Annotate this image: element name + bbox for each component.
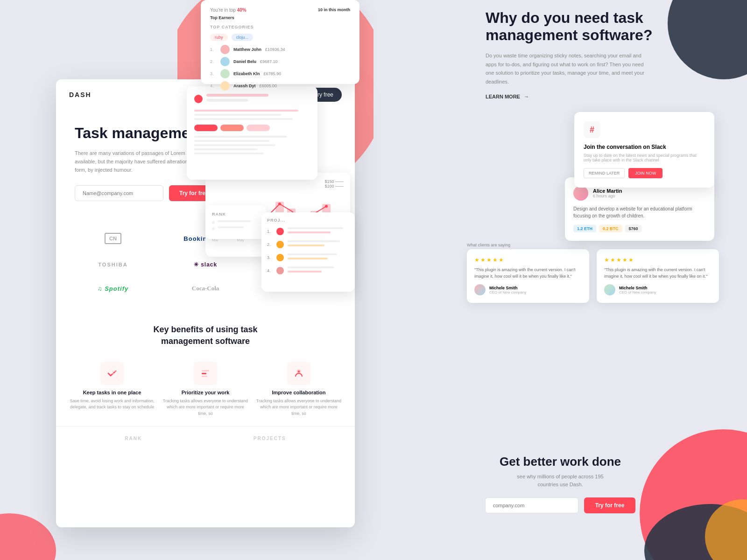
svg-point-13 <box>298 371 300 372</box>
benefits-title: Key benefits of using taskmanagement sof… <box>69 324 342 347</box>
benefit-2-name: Prioritize your work <box>162 390 248 395</box>
svg-point-26 <box>325 205 328 208</box>
slack-card-title: Join the conversation on Slack <box>584 144 705 150</box>
top-earners-label: Top Earners <box>210 15 350 20</box>
tag-eth: 1.2 ETH <box>573 225 596 232</box>
tag-usd: $760 <box>625 225 642 232</box>
earner-2: 2. Daniel Belu £9687.10 <box>210 57 350 66</box>
floating-card-1 <box>187 86 317 180</box>
task-user-avatar <box>573 186 588 201</box>
svg-point-6 <box>0 513 56 560</box>
task-user-name: Alice Martin <box>593 188 622 194</box>
benefit-prioritize: Prioritize your work Tracking tasks allo… <box>162 362 248 417</box>
logo-slack: ✳ slack <box>162 258 249 272</box>
testimonial-1-avatar <box>474 284 486 295</box>
svg-rect-8 <box>112 373 115 374</box>
benefit-3-desc: Tracking tasks allows everyone to unders… <box>256 398 342 417</box>
benefit-3-name: Improve collaboration <box>256 390 342 395</box>
bottom-cta-description: see why millions of people across 195cou… <box>448 473 672 488</box>
analytics-percent: 40% <box>237 7 247 13</box>
stars-1: ★ ★ ★ ★ ★ <box>474 257 582 263</box>
bottom-try-free-button[interactable]: Try for free <box>584 497 636 513</box>
slack-card-description: Stay up to date on the latest news and s… <box>584 153 705 162</box>
testimonial-2-name: Michele Smith <box>619 286 656 290</box>
earner-1: 1. Matthew John £10936.34 <box>210 45 350 54</box>
testimonial-1: ★ ★ ★ ★ ★ "This plugin is amazing with t… <box>467 249 589 303</box>
slack-icon: # <box>584 121 600 138</box>
earner-2-avatar <box>220 57 230 66</box>
svg-rect-7 <box>112 371 116 372</box>
bottom-cta-section: Get better work done see why millions of… <box>448 455 672 513</box>
task-user-row: Alice Martin 6 hours ago <box>573 186 706 201</box>
svg-point-25 <box>278 203 281 205</box>
logo: DASH <box>69 91 92 98</box>
benefits-grid: Keep tasks in one place Save time, avoid… <box>69 362 342 417</box>
join-now-button[interactable]: JOIN NOW <box>628 168 662 178</box>
bottom-cta-row: Try for free <box>448 497 672 513</box>
prioritize-icon <box>194 362 217 385</box>
testimonial-1-name: Michele Smith <box>489 286 526 290</box>
slack-card-buttons: REMIND LATER JOIN NOW <box>584 168 705 178</box>
slack-notification-card: # Join the conversation on Slack Stay up… <box>574 112 714 188</box>
testimonial-2-text: "This plugin is amazing with the current… <box>604 267 712 280</box>
task-description: Design and develop a website for an educ… <box>573 205 706 219</box>
earner-4-avatar <box>220 81 230 91</box>
why-description: Do you waste time organizing sticky note… <box>486 51 644 86</box>
clojure-pill: cloju... <box>232 34 253 41</box>
rank-label: RANK <box>125 436 142 441</box>
rank-section: RANK PROJECTS <box>56 426 355 450</box>
testimonials-section: What clients are saying ★ ★ ★ ★ ★ "This … <box>467 243 719 303</box>
bottom-email-input[interactable] <box>485 497 578 513</box>
svg-rect-10 <box>202 373 206 374</box>
categories-label: TOP CATEGORIES <box>210 25 350 29</box>
svg-rect-11 <box>202 376 207 377</box>
stars-2: ★ ★ ★ ★ ★ <box>604 257 712 263</box>
testimonial-2-role: CEO of New company <box>619 290 656 294</box>
earner-4: 4. Arassh Dyt £6005.00 <box>210 81 350 91</box>
analytics-top-label: You're in top 40% 10 in this month <box>210 7 350 13</box>
testimonials-row: ★ ★ ★ ★ ★ "This plugin is amazing with t… <box>467 249 719 303</box>
email-input[interactable] <box>75 185 163 201</box>
remind-later-button[interactable]: REMIND LATER <box>584 168 625 178</box>
rank-card: RANK <box>205 205 266 239</box>
benefit-collaborate: Improve collaboration Tracking tasks all… <box>256 362 342 417</box>
testimonial-2-user: Michele Smith CEO of New company <box>604 284 712 295</box>
logo-cocacola: Coca-Cola <box>162 281 249 296</box>
svg-point-0 <box>668 0 747 79</box>
svg-rect-9 <box>202 370 209 371</box>
testimonial-2-avatar <box>604 284 615 295</box>
analytics-widget: You're in top 40% 10 in this month Top E… <box>201 0 359 84</box>
benefit-2-desc: Tracking tasks allows everyone to unders… <box>162 398 248 417</box>
logo-cn: CN <box>69 229 157 248</box>
collaborate-icon <box>287 362 310 385</box>
svg-point-5 <box>705 499 747 560</box>
learn-more-link[interactable]: LEARN MORE → <box>486 94 672 99</box>
tag-btc: 0.2 BTC <box>599 225 622 232</box>
bottom-cta-title: Get better work done <box>448 455 672 469</box>
testimonial-1-user: Michele Smith CEO of New company <box>474 284 582 295</box>
benefit-keep-tasks: Keep tasks in one place Save time, avoid… <box>69 362 155 417</box>
ruby-pill: ruby <box>210 34 228 41</box>
keep-tasks-icon <box>100 362 124 385</box>
logo-toshiba: TOSHIBA <box>69 258 157 271</box>
earner-1-avatar <box>220 45 230 54</box>
testimonial-2: ★ ★ ★ ★ ★ "This plugin is amazing with t… <box>597 249 719 303</box>
floating-list-card: PROJ... 1. 2. 3. 4. <box>261 212 355 292</box>
benefit-1-name: Keep tasks in one place <box>69 390 155 395</box>
task-tags: 1.2 ETH 0.2 BTC $760 <box>573 225 706 232</box>
earner-3-avatar <box>220 69 230 78</box>
testimonial-1-text: "This plugin is amazing with the current… <box>474 267 582 280</box>
earner-3: 3. Elizabeth Kln £6785.90 <box>210 69 350 78</box>
logo-spotify: ♫ Spotify <box>69 281 157 296</box>
why-title: Why do you need task management software… <box>486 9 672 44</box>
testimonial-1-role: CEO of New company <box>489 290 526 294</box>
task-user-time: 6 hours ago <box>593 194 622 198</box>
benefits-section: Key benefits of using taskmanagement sof… <box>56 310 355 426</box>
projects-label: PROJECTS <box>254 436 286 441</box>
why-section: Why do you need task management software… <box>486 9 672 99</box>
benefit-1-desc: Save time, avoid losing work and informa… <box>69 398 155 411</box>
